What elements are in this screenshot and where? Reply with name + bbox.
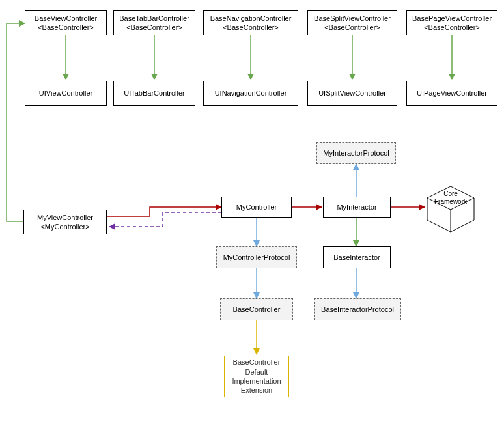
node-ui-page-view-controller: UIPageViewController	[406, 81, 497, 106]
text: MyControllerProtocol	[223, 253, 290, 262]
node-my-controller: MyController	[221, 197, 292, 218]
text-line: Extension	[232, 386, 281, 395]
text-line: BaseViewController	[35, 14, 97, 23]
node-base-view-controller: BaseViewController<BaseController>	[25, 10, 107, 35]
text-line: BaseSplitViewController	[314, 14, 391, 23]
text-line: BaseNavigationController	[210, 14, 292, 23]
node-my-interactor: MyInteractor	[323, 197, 391, 218]
text: UITabBarController	[124, 89, 185, 98]
text-line: BasePageViewController	[412, 14, 492, 23]
node-base-controller: BaseController	[220, 298, 293, 320]
node-my-controller-protocol: MyControllerProtocol	[216, 246, 297, 268]
text: MyInteractor	[337, 203, 376, 212]
text: UINavigationController	[215, 89, 287, 98]
text: MyController	[236, 203, 277, 212]
text: MyInteractorProtocol	[323, 148, 389, 158]
text-line: Default	[232, 367, 281, 376]
node-my-view-controller: MyViewController<MyController>	[23, 210, 107, 234]
text: BaseController	[233, 305, 281, 314]
node-ui-view-controller: UIViewController	[25, 81, 107, 106]
node-ui-split-view-controller: UISplitViewController	[307, 81, 397, 106]
node-ui-navigation-controller: UINavigationController	[203, 81, 298, 106]
node-ui-tabbar-controller: UITabBarController	[113, 81, 195, 106]
text-line: <BaseController>	[119, 23, 189, 32]
text-line: Framework	[423, 198, 478, 206]
text-line: <BaseController>	[314, 23, 391, 32]
text-line: BaseController	[232, 358, 281, 367]
text: UIViewController	[39, 89, 92, 98]
text-line: Implementation	[232, 376, 281, 386]
text-line: <BaseController>	[412, 23, 492, 32]
node-base-split-view-controller: BaseSplitViewController<BaseController>	[307, 10, 397, 35]
node-base-interactor-protocol: BaseInteractorProtocol	[314, 298, 401, 320]
text-line: <MyController>	[37, 222, 93, 231]
node-my-interactor-protocol: MyInteractorProtocol	[316, 142, 396, 164]
text-line: Core	[423, 190, 478, 198]
node-base-tabbar-controller: BaseTabBarController<BaseController>	[113, 10, 195, 35]
text: BaseInteractorProtocol	[321, 305, 394, 314]
text-line: MyViewController	[37, 213, 93, 222]
node-base-controller-default: BaseController Default Implementation Ex…	[224, 356, 289, 397]
text-line: <BaseController>	[35, 23, 97, 32]
text-line: <BaseController>	[210, 23, 292, 32]
text: UISplitViewController	[318, 89, 386, 98]
text: BaseInteractor	[333, 253, 380, 262]
node-base-interactor: BaseInteractor	[323, 246, 391, 268]
node-base-page-view-controller: BasePageViewController<BaseController>	[406, 10, 497, 35]
text: UIPageViewController	[417, 89, 487, 98]
text-line: BaseTabBarController	[119, 14, 189, 23]
node-core-framework: Core Framework	[423, 184, 478, 237]
node-base-navigation-controller: BaseNavigationController<BaseController>	[203, 10, 298, 35]
